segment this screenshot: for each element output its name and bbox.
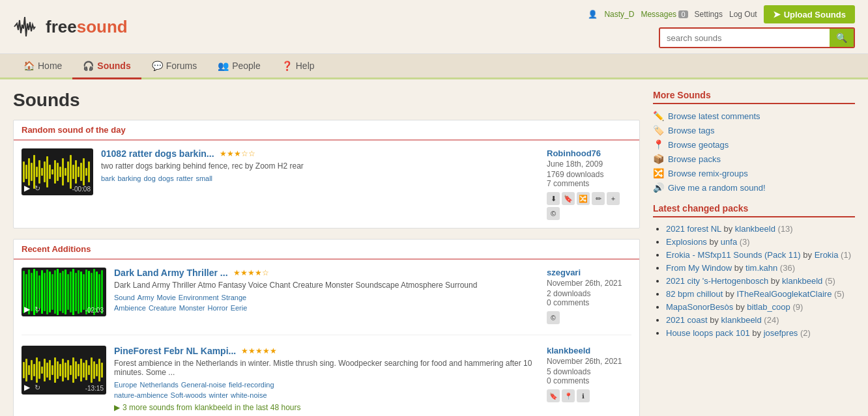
sound-2-title-link[interactable]: PineForest Febr NL Kampi... xyxy=(114,346,236,356)
pack-9-user[interactable]: josefpres xyxy=(764,328,798,338)
tag-sound[interactable]: Sound xyxy=(114,294,135,301)
tag-dogs[interactable]: dogs xyxy=(158,174,174,182)
bookmark-action-icon[interactable]: 🔖 xyxy=(562,192,575,205)
nav-forums[interactable]: 💬 Forums xyxy=(141,54,207,79)
random-sound-username[interactable]: Robinhood76 xyxy=(547,148,631,158)
pack-8-link[interactable]: 2021 coast xyxy=(666,315,708,325)
browse-remix-link[interactable]: Browse remix-groups xyxy=(668,169,748,178)
browse-comments-link[interactable]: Browse latest comments xyxy=(668,111,760,121)
sound-1-stars: ★★★★☆ xyxy=(233,268,269,277)
messages-link[interactable]: Messages 0 xyxy=(641,10,687,19)
tag-europe[interactable]: Europe xyxy=(114,381,137,389)
pack-1-user[interactable]: klankbeeld xyxy=(735,224,775,234)
svg-rect-16 xyxy=(65,168,66,176)
tag-barking[interactable]: barking xyxy=(117,174,141,182)
copyright-action-icon[interactable]: © xyxy=(547,207,560,220)
tag-dog[interactable]: dog xyxy=(143,174,155,182)
download-action-icon[interactable]: ⬇ xyxy=(547,192,560,205)
tag-bark[interactable]: bark xyxy=(101,174,115,182)
username-link[interactable]: Nasty_D xyxy=(604,10,634,19)
sound-1-title-link[interactable]: Dark Land Army Thriller ... xyxy=(114,268,228,278)
remix-action-icon[interactable]: 🔀 xyxy=(577,192,590,205)
sound-1-username[interactable]: szegvari xyxy=(547,268,631,277)
sound-2-username[interactable]: klankbeeld xyxy=(547,346,631,355)
pack-1-count: (13) xyxy=(778,224,793,234)
more-from-user-link[interactable]: klankbeeld xyxy=(195,403,232,412)
pack-8-user[interactable]: klankbeeld xyxy=(721,315,762,325)
tag-ambience[interactable]: Ambience xyxy=(114,304,146,312)
svg-rect-8 xyxy=(44,161,46,182)
tag-movie[interactable]: Movie xyxy=(156,294,175,301)
svg-rect-42 xyxy=(65,270,66,314)
tag-small[interactable]: small xyxy=(195,174,212,182)
refresh-icon[interactable]: ↻ xyxy=(35,184,40,193)
refresh-icon-1[interactable]: ↻ xyxy=(35,305,40,314)
nav-help[interactable]: ❓ Help xyxy=(271,54,325,79)
nav-people[interactable]: 👥 People xyxy=(207,54,271,79)
pack-3-link[interactable]: Erokia - MSfxp11 Sounds (Pack 11) xyxy=(666,250,801,260)
random-sound-link[interactable]: Give me a random sound! xyxy=(668,183,766,193)
pack-4-user[interactable]: tim.kahn xyxy=(745,263,777,273)
tag-netherlands[interactable]: Netherlands xyxy=(139,381,178,389)
upload-button[interactable]: ➤ Upload Sounds xyxy=(764,5,855,23)
tag-winter[interactable]: winter xyxy=(209,391,228,399)
play-icon-1[interactable]: ▶ xyxy=(24,305,30,314)
play-icon-2[interactable]: ▶ xyxy=(24,383,30,392)
svg-rect-1 xyxy=(25,165,27,179)
svg-rect-2 xyxy=(28,158,30,186)
nav-home[interactable]: 🏠 Home xyxy=(13,54,72,79)
svg-rect-83 xyxy=(91,357,93,383)
tag-environment[interactable]: Environment xyxy=(179,294,219,301)
sound-2-pin-icon[interactable]: 📍 xyxy=(562,389,575,402)
search-input[interactable] xyxy=(660,29,830,47)
pack-3-user[interactable]: Erokia xyxy=(815,250,839,260)
tag-monster[interactable]: Monster xyxy=(179,304,205,312)
tag-creature[interactable]: Creature xyxy=(149,304,177,312)
pack-6-link[interactable]: 82 bpm chillout xyxy=(666,289,723,299)
sound-2-bookmark-icon[interactable]: 🔖 xyxy=(547,389,560,402)
search-button[interactable]: 🔍 xyxy=(830,29,854,47)
sound-2-info-icon[interactable]: ℹ xyxy=(577,389,590,402)
pack-6-user[interactable]: ITheRealGooglekatClaire xyxy=(736,289,832,299)
pack-item-7: MapaSonorBesòs by bitlab_coop (9) xyxy=(666,302,855,312)
browse-packs-link[interactable]: Browse packs xyxy=(668,154,721,164)
sound-1-copyright-icon[interactable]: © xyxy=(547,311,560,324)
tag-field-recording[interactable]: field-recording xyxy=(229,381,274,389)
logout-link[interactable]: Log Out xyxy=(729,10,757,19)
browse-geotags-link[interactable]: Browse geotags xyxy=(668,140,729,150)
pack-7-user[interactable]: bitlab_coop xyxy=(747,302,790,312)
waveform-2: ▶ ↻ -13:15 xyxy=(22,346,106,395)
pack-4-link[interactable]: From My Window xyxy=(666,263,732,273)
random-sound-title-link[interactable]: 01082 ratter dogs barkin... xyxy=(101,148,214,159)
svg-rect-44 xyxy=(70,271,72,312)
refresh-icon-2[interactable]: ↻ xyxy=(35,383,40,392)
sound-1-tags: Sound Army Movie Environment Strange xyxy=(114,294,539,301)
tag-army[interactable]: Army xyxy=(137,294,154,301)
tag-nature-ambience[interactable]: nature-ambience xyxy=(114,391,168,399)
svg-rect-5 xyxy=(36,167,38,177)
pack-9-link[interactable]: House loops pack 101 xyxy=(666,328,750,338)
page-title: Sounds xyxy=(13,90,640,111)
tag-eerie[interactable]: Eerie xyxy=(231,304,248,312)
pack-2-link[interactable]: Explosions xyxy=(666,237,707,247)
edit-action-icon[interactable]: ✏ xyxy=(592,192,605,205)
pack-7-by: by xyxy=(736,302,747,312)
browse-tags-link[interactable]: Browse tags xyxy=(668,126,715,135)
pack-1-link[interactable]: 2021 forest NL xyxy=(666,224,721,234)
tag-horror[interactable]: Horror xyxy=(207,304,227,312)
tag-soft-woods[interactable]: Soft-woods xyxy=(171,391,207,399)
plus-action-icon[interactable]: + xyxy=(607,192,620,205)
sound-2-tags: Europe Netherlands General-noise field-r… xyxy=(114,381,539,389)
pack-5-user[interactable]: klankbeeld xyxy=(782,276,822,286)
settings-link[interactable]: Settings xyxy=(695,10,723,19)
pack-5-link[interactable]: 2021 city 's-Hertogenbosch xyxy=(666,276,768,286)
tag-general-noise[interactable]: General-noise xyxy=(181,381,226,389)
tag-strange[interactable]: Strange xyxy=(222,294,247,301)
header-user-row: 👤 Nasty_D Messages 0 Settings Log Out ➤ … xyxy=(588,5,855,23)
tag-ratter[interactable]: ratter xyxy=(177,174,194,182)
tag-white-noise[interactable]: white-noise xyxy=(231,391,267,399)
play-icon[interactable]: ▶ xyxy=(24,184,30,193)
nav-sounds[interactable]: 🎧 Sounds xyxy=(72,54,141,79)
pack-2-user[interactable]: unfa xyxy=(721,237,737,247)
pack-7-link[interactable]: MapaSonorBesòs xyxy=(666,302,733,312)
